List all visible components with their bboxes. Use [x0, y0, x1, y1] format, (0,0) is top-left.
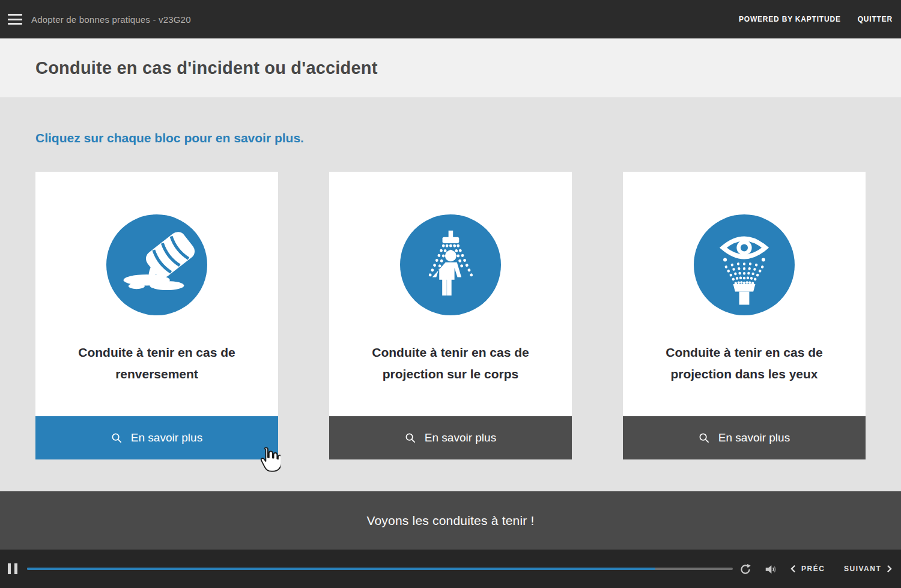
top-bar: Adopter de bonnes pratiques - v23G20 POW… — [0, 0, 901, 38]
caption-text: Voyons les conduites à tenir ! — [366, 514, 534, 528]
caption-banner: Voyons les conduites à tenir ! — [0, 491, 901, 550]
quit-button[interactable]: QUITTER — [858, 15, 893, 23]
course-title: Adopter de bonnes pratiques - v23G20 — [31, 14, 191, 25]
card-renversement[interactable]: Conduite à tenir en cas de renversement … — [35, 172, 278, 459]
learn-more-button-renversement[interactable]: En savoir plus — [35, 416, 278, 459]
card-title: Conduite à tenir en cas de renversement — [35, 342, 278, 385]
chevron-left-icon — [790, 565, 796, 573]
safety-shower-icon — [400, 214, 501, 315]
search-icon — [405, 432, 416, 444]
volume-icon[interactable] — [764, 563, 777, 576]
powered-by-label: POWERED BY KAPTITUDE — [739, 15, 841, 23]
learn-more-label: En savoir plus — [718, 431, 790, 444]
learn-more-label: En savoir plus — [425, 431, 496, 444]
next-button[interactable]: SUIVANT — [844, 550, 892, 588]
prev-label: PRÉC — [801, 565, 825, 573]
page-header: Conduite en cas d'incident ou d'accident — [0, 38, 901, 97]
card-projection-yeux[interactable]: Conduite à tenir en cas de projection da… — [623, 172, 866, 459]
card-title: Conduite à tenir en cas de projection su… — [329, 342, 572, 385]
next-label: SUIVANT — [844, 565, 881, 573]
prev-button[interactable]: PRÉC — [790, 550, 825, 588]
learn-more-label: En savoir plus — [131, 431, 202, 444]
main-content: Cliquez sur chaque bloc pour en savoir p… — [0, 97, 901, 491]
progress-bar[interactable] — [27, 568, 733, 570]
card-title: Conduite à tenir en cas de projection da… — [623, 342, 866, 385]
cards-row: Conduite à tenir en cas de renversement … — [35, 172, 866, 459]
menu-icon[interactable] — [8, 14, 22, 25]
chevron-right-icon — [887, 565, 892, 573]
spill-barrel-icon — [106, 214, 207, 315]
replay-icon[interactable] — [739, 563, 752, 576]
pause-button[interactable] — [8, 563, 17, 574]
search-icon — [699, 432, 710, 444]
instruction-text: Cliquez sur chaque bloc pour en savoir p… — [35, 131, 304, 145]
player-bar: PRÉC SUIVANT — [0, 550, 901, 588]
learn-more-button-projection-corps[interactable]: En savoir plus — [329, 416, 572, 459]
progress-fill — [27, 568, 655, 570]
learn-more-button-projection-yeux[interactable]: En savoir plus — [623, 416, 866, 459]
page-title: Conduite en cas d'incident ou d'accident — [35, 58, 378, 78]
eye-wash-icon — [694, 214, 795, 315]
search-icon — [111, 432, 123, 444]
card-projection-corps[interactable]: Conduite à tenir en cas de projection su… — [329, 172, 572, 459]
